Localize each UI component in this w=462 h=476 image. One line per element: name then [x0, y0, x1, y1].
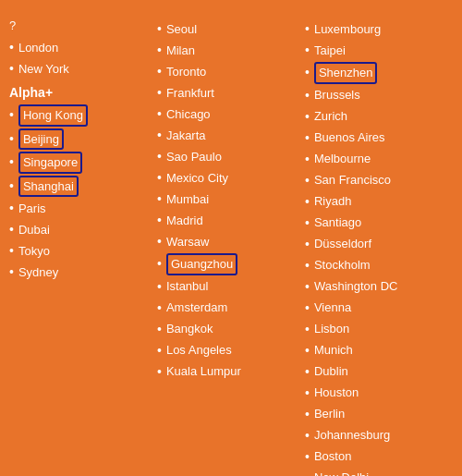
list-item: Berlin [305, 404, 449, 425]
list-item: Dubai [9, 219, 153, 240]
header [0, 0, 462, 13]
col3-top-list: LuxembourgTaipei [305, 18, 449, 61]
list-item: Munich [305, 340, 449, 361]
alpha-plus-label: Alpha+ [9, 85, 153, 100]
list-item: Mexico City [157, 167, 301, 189]
list-item: Sao Paulo [157, 146, 301, 167]
column-2: SeoulMilan TorontoFrankfurtChicagoJakart… [157, 18, 305, 476]
list-item: New York [9, 58, 153, 79]
list-item: Luxembourg [305, 18, 449, 40]
list-item: Kuala Lumpur [157, 361, 301, 383]
list-item: Bangkok [157, 319, 301, 340]
list-item: Lisbon [305, 319, 449, 340]
col1-label: ? [9, 18, 153, 35]
list-item: Seoul [157, 18, 301, 40]
list-item: Johannesburg [305, 425, 449, 446]
list-item: Chicago [157, 104, 301, 125]
list-item: Santiago [305, 213, 449, 234]
list-item: Brussels [305, 85, 449, 106]
list-item: Melbourne [305, 149, 449, 170]
col2-top-list: SeoulMilan [157, 18, 301, 61]
list-item: Boston [305, 446, 449, 468]
column-3: LuxembourgTaipei ShenzhenBrusselsZurichB… [305, 18, 453, 476]
list-item: Taipei [305, 40, 449, 61]
list-item: London [9, 37, 153, 58]
list-item: Vienna [305, 298, 449, 319]
list-item: Singapore [9, 151, 153, 175]
list-item: Paris [9, 198, 153, 219]
list-item: San Francisco [305, 170, 449, 191]
col1-top-list: LondonNew York [9, 37, 153, 79]
list-item: Buenos Aires [305, 128, 449, 149]
list-item: Houston [305, 383, 449, 404]
main-content: ? LondonNew York Alpha+ Hong KongBeijing… [0, 13, 462, 476]
list-item: Düsseldorf [305, 234, 449, 255]
list-item: Guangzhou [157, 252, 301, 276]
list-item: Warsaw [157, 231, 301, 252]
list-item: Shanghai [9, 175, 153, 199]
list-item: Madrid [157, 210, 301, 231]
list-item: Hong Kong [9, 104, 153, 128]
list-item: Tokyo [9, 240, 153, 262]
list-item: Zurich [305, 106, 449, 128]
list-item: Dublin [305, 361, 449, 383]
list-item: Beijing [9, 128, 153, 152]
list-item: Amsterdam [157, 298, 301, 319]
column-1: ? LondonNew York Alpha+ Hong KongBeijing… [9, 18, 157, 476]
list-item: Jakarta [157, 125, 301, 146]
list-item: Riyadh [305, 191, 449, 213]
list-item: Toronto [157, 61, 301, 82]
list-item: Milan [157, 40, 301, 61]
list-item: Washington DC [305, 276, 449, 298]
page-title [0, 0, 462, 13]
col3-main-list: ShenzhenBrusselsZurichBuenos AiresMelbou… [305, 61, 449, 476]
list-item: Sydney [9, 262, 153, 283]
list-item: Istanbul [157, 276, 301, 298]
col2-main-list: TorontoFrankfurtChicagoJakartaSao PauloM… [157, 61, 301, 383]
list-item: Los Angeles [157, 340, 301, 361]
list-item: New Delhi [305, 468, 449, 477]
list-item: Stockholm [305, 255, 449, 276]
list-item: Mumbai [157, 189, 301, 210]
list-item: Shenzhen [305, 61, 449, 85]
col1-main-list: Hong KongBeijingSingaporeShanghaiParisDu… [9, 104, 153, 283]
list-item: Frankfurt [157, 82, 301, 104]
